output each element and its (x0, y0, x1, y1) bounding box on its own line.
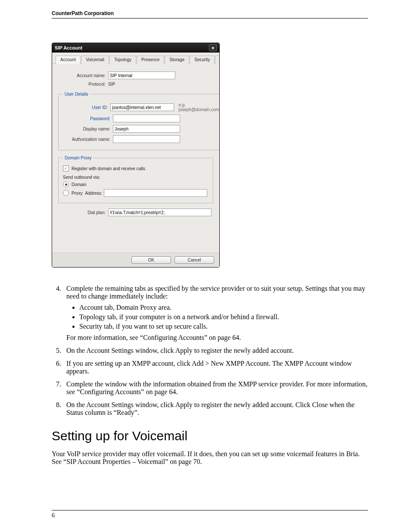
sip-account-dialog: SIP Account ✕ Account Voicemail Topology… (52, 43, 220, 268)
proxy-address-input[interactable] (104, 189, 207, 197)
register-checkbox-label: Register with domain and receive calls (72, 166, 145, 171)
section-voicemail-para: Your VoIP service provider may offer voi… (52, 450, 368, 466)
step-4-bullets: Account tab, Domain Proxy area. Topology… (79, 304, 368, 330)
step-4: Complete the remaining tabs as specified… (63, 285, 368, 342)
password-input[interactable] (113, 115, 180, 122)
auth-name-input[interactable] (113, 135, 180, 143)
step-4-text: Complete the remaining tabs as specified… (66, 285, 365, 300)
tab-storage[interactable]: Storage (165, 56, 189, 64)
account-name-input[interactable] (108, 72, 175, 79)
step-5: On the Account Settings window, click Ap… (63, 347, 368, 355)
step-8: On the Account Settings window, click Ap… (63, 401, 368, 417)
tab-presence[interactable]: Presence (137, 56, 164, 64)
protocol-label: Protocol: (58, 82, 108, 87)
radio-domain[interactable] (63, 181, 69, 187)
tab-account[interactable]: Account (56, 56, 81, 64)
cancel-button[interactable]: Cancel (174, 256, 214, 264)
user-id-label: User ID: (63, 105, 110, 110)
close-icon[interactable]: ✕ (209, 44, 217, 51)
dialog-titlebar: SIP Account ✕ (52, 43, 219, 53)
account-name-label: Account name: (58, 73, 108, 78)
proxy-address-label: Address: (85, 191, 102, 196)
tab-security[interactable]: Security (190, 56, 215, 64)
dialog-tabs: Account Voicemail Topology Presence Stor… (52, 53, 219, 64)
user-id-hint: e.g. joseph@domain.com (178, 103, 220, 112)
protocol-value: SIP (108, 82, 115, 87)
footer-rule (52, 510, 368, 510)
register-checkbox[interactable]: ✓ (63, 165, 69, 171)
display-name-label: Display name: (63, 127, 113, 131)
dialog-button-bar: OK Cancel (52, 252, 219, 267)
section-heading-voicemail: Setting up for Voicemail (52, 429, 368, 443)
user-id-input[interactable] (110, 103, 174, 111)
tab-voicemail[interactable]: Voicemail (81, 56, 109, 64)
step-4-after: For more information, see “Configuring A… (66, 334, 368, 342)
page-number: 6 (52, 512, 368, 519)
domain-proxy-legend: Domain Proxy (63, 156, 93, 160)
dial-plan-input[interactable] (108, 208, 212, 216)
display-name-input[interactable] (113, 125, 180, 133)
ok-button[interactable]: OK (131, 256, 171, 264)
step-6: If you are setting up an XMPP account, c… (63, 360, 368, 375)
auth-name-label: Authorization name: (63, 137, 113, 142)
send-outbound-label: Send outbound via: (63, 175, 209, 180)
dial-plan-label: Dial plan: (58, 210, 108, 215)
user-details-legend: User Details (63, 92, 90, 96)
step-4-bullet-2: Topology tab, if your computer is on a n… (79, 313, 368, 321)
tab-advanced[interactable]: Advanced (215, 56, 220, 64)
header-rule (52, 18, 368, 19)
step-4-bullet-3: Security tab, if you want to set up secu… (79, 323, 368, 330)
instruction-steps: Complete the remaining tabs as specified… (63, 285, 368, 417)
page-header-title: CounterPath Corporation (52, 10, 368, 16)
radio-proxy-label: Proxy (72, 191, 83, 196)
step-4-bullet-1: Account tab, Domain Proxy area. (79, 304, 368, 311)
radio-domain-label: Domain (72, 182, 86, 187)
user-details-group: User Details User ID: e.g. joseph@domain… (58, 92, 220, 150)
tab-topology[interactable]: Topology (109, 56, 136, 64)
password-label: Password: (63, 116, 113, 121)
tab-panel-account: Account name: Protocol: SIP User Details… (52, 64, 219, 252)
dialog-title: SIP Account (55, 45, 82, 50)
step-7: Complete the window with the information… (63, 380, 368, 396)
radio-proxy[interactable] (63, 190, 69, 196)
domain-proxy-group: Domain Proxy ✓ Register with domain and … (58, 156, 213, 203)
